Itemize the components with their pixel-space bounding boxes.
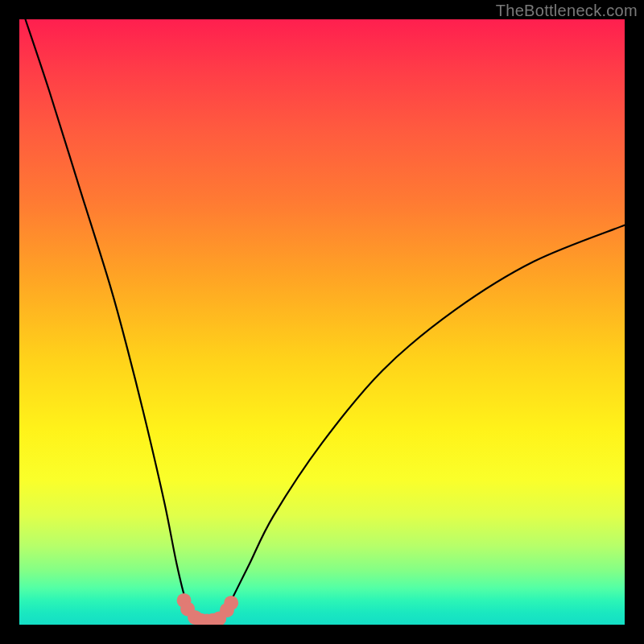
bottleneck-curve-path: [26, 19, 625, 622]
curve-marker-group: [177, 593, 239, 625]
curve-marker-dot: [224, 596, 238, 610]
watermark-label: TheBottleneck.com: [496, 2, 638, 20]
chart-frame: [19, 19, 625, 625]
bottleneck-curve-svg: [19, 19, 625, 625]
